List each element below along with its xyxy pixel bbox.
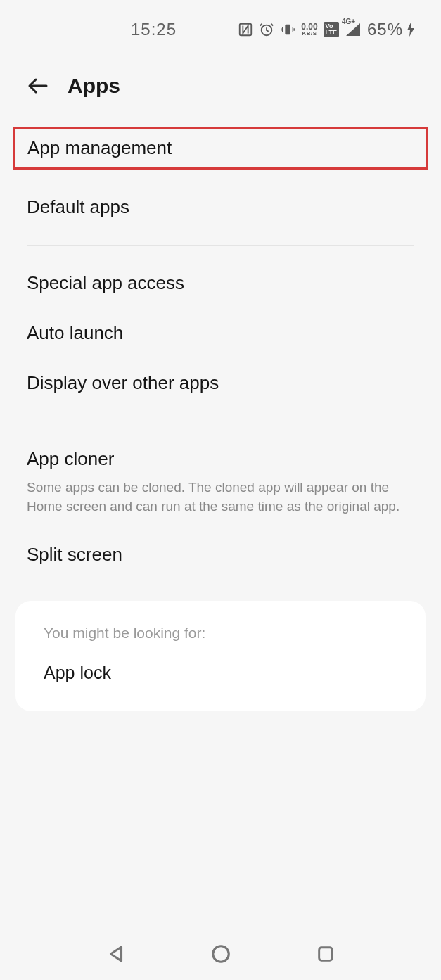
header: Apps (0, 59, 441, 127)
status-time: 15:25 (131, 20, 177, 39)
status-icons: 0.00 KB/S VoLTE 4G+ 65% (238, 20, 416, 39)
nav-recent-icon[interactable] (316, 944, 335, 964)
nfc-icon (238, 22, 253, 37)
svg-rect-2 (286, 25, 290, 35)
row-title: Split screen (27, 544, 414, 566)
row-app-cloner[interactable]: App cloner Some apps can be cloned. The … (27, 434, 414, 530)
alarm-icon (259, 22, 274, 37)
row-title: Display over other apps (27, 372, 414, 394)
nav-home-icon[interactable] (210, 943, 231, 965)
divider (27, 421, 414, 421)
suggestion-item-app-lock[interactable]: App lock (44, 663, 397, 683)
row-auto-launch[interactable]: Auto launch (27, 308, 414, 358)
row-split-screen[interactable]: Split screen (27, 530, 414, 580)
data-rate-icon: 0.00 KB/S (301, 23, 317, 37)
row-default-apps[interactable]: Default apps (27, 182, 414, 232)
status-bar: 15:25 0.00 KB/S VoLTE 4G+ 65% (0, 0, 441, 59)
row-title: Default apps (27, 196, 414, 218)
page-title: Apps (68, 74, 120, 98)
svg-rect-4 (319, 948, 333, 961)
suggestion-card: You might be looking for: App lock (15, 601, 426, 711)
row-title: Special app access (27, 272, 414, 294)
row-special-app-access[interactable]: Special app access (27, 258, 414, 308)
row-title: App cloner (27, 448, 414, 470)
divider (27, 245, 414, 246)
volte-icon: VoLTE (324, 22, 339, 37)
row-display-over[interactable]: Display over other apps (27, 358, 414, 408)
svg-point-3 (213, 946, 229, 962)
back-arrow-icon[interactable] (25, 73, 51, 98)
signal-icon: 4G+ (345, 22, 362, 37)
row-title: Auto launch (27, 322, 414, 344)
vibrate-icon (280, 22, 295, 37)
navigation-bar (0, 928, 441, 980)
suggestion-hint: You might be looking for: (44, 625, 397, 642)
battery-indicator: 65% (367, 20, 416, 39)
row-app-management[interactable]: App management (13, 127, 428, 170)
nav-back-icon[interactable] (106, 943, 127, 965)
row-title: App management (27, 137, 414, 159)
row-description: Some apps can be cloned. The cloned app … (27, 478, 414, 516)
